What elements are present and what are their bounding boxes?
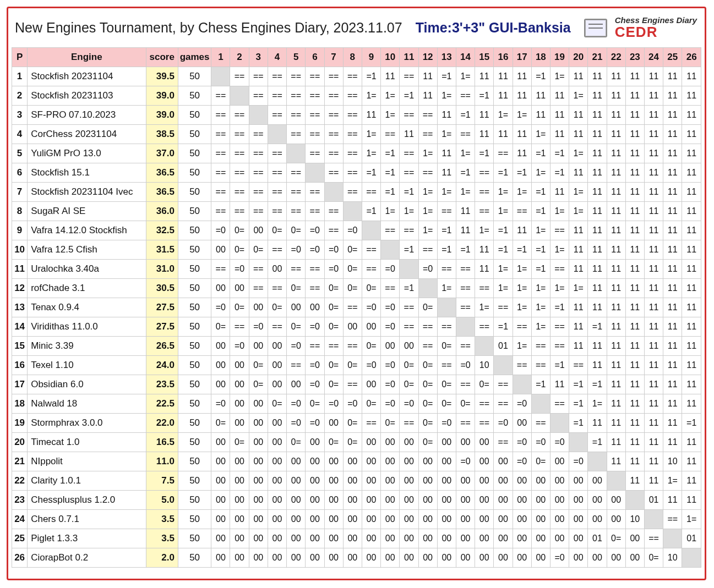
cell-result: 00: [475, 452, 494, 471]
cell-result: 00: [249, 414, 268, 433]
cell-result: 11: [475, 67, 494, 86]
cell-result: 00: [268, 433, 286, 452]
col-score: score: [146, 48, 178, 67]
cell-result: [230, 86, 249, 106]
cell-result: 00: [306, 529, 324, 548]
cell-result: 0=: [306, 394, 324, 414]
cell-result: 1=: [381, 202, 400, 221]
cell-games: 50: [178, 491, 211, 510]
cell-result: 00: [569, 471, 588, 491]
cell-result: =1: [494, 240, 513, 260]
cell-result: ==: [456, 86, 475, 106]
cell-result: 1=: [381, 106, 400, 125]
cell-result: 00: [475, 471, 494, 491]
cell-result: 11: [607, 279, 625, 298]
cell-result: =1: [400, 86, 418, 106]
cell-engine: Piglet 1.3.3: [28, 529, 146, 548]
cell-result: 11: [588, 221, 607, 240]
cell-result: 1=: [494, 279, 513, 298]
cell-result: 00: [437, 471, 456, 491]
table-row: 9Vafra 14.12.0 Stockfish32.550=00=000=0=…: [12, 221, 701, 240]
cell-result: 1=: [418, 144, 437, 163]
cell-result: 00: [343, 491, 362, 510]
cell-result: ==: [287, 106, 306, 125]
cell-result: ==: [456, 260, 475, 279]
cell-result: 11: [663, 394, 682, 414]
cell-result: 00: [211, 548, 230, 568]
cell-result: =1: [362, 163, 380, 183]
cell-result: ==: [418, 163, 437, 183]
cell-result: =1: [513, 163, 531, 183]
cell-result: 11: [607, 86, 625, 106]
cell-result: ==: [211, 106, 230, 125]
cell-result: 11: [625, 260, 644, 279]
cell-result: 11: [663, 67, 682, 86]
table-row: 17Obsidian 6.023.55000000=0000=00===00=0…: [12, 375, 701, 394]
table-row: 7Stockfish 20231104 Ivec36.550==========…: [12, 183, 701, 202]
cell-result: [287, 144, 306, 163]
cell-result: 00: [249, 433, 268, 452]
cell-result: 00: [437, 433, 456, 452]
cell-rank: 2: [12, 86, 28, 106]
cell-result: 1=: [513, 183, 531, 202]
cell-result: 1=: [569, 279, 588, 298]
cell-result: 00: [287, 375, 306, 394]
cell-result: ==: [475, 163, 494, 183]
cell-result: 0=: [456, 394, 475, 414]
cell-result: 11: [663, 375, 682, 394]
table-row: 21NIppolit11.050000000000000000000000000…: [12, 452, 701, 471]
cell-result: ==: [324, 221, 343, 240]
cell-result: 11: [588, 144, 607, 163]
cell-result: 00: [381, 337, 400, 356]
cell-score: 7.5: [146, 471, 178, 491]
cell-result: 0=: [418, 414, 437, 433]
cell-result: ==: [400, 298, 418, 317]
col-round-25: 25: [663, 48, 682, 67]
cell-result: ==: [249, 86, 268, 106]
cell-result: ==: [306, 86, 324, 106]
cell-result: ==: [249, 260, 268, 279]
cell-result: 00: [211, 433, 230, 452]
cell-result: ==: [324, 144, 343, 163]
cell-result: 00: [249, 548, 268, 568]
cell-score: 30.5: [146, 279, 178, 298]
cell-result: 1=: [494, 106, 513, 125]
cell-score: 39.0: [146, 106, 178, 125]
cell-result: ==: [456, 279, 475, 298]
cell-result: 11: [607, 144, 625, 163]
cell-result: =0: [381, 394, 400, 414]
cell-result: =0: [569, 452, 588, 471]
cell-engine: Timecat 1.0: [28, 433, 146, 452]
cell-result: 1=: [682, 510, 701, 529]
cell-result: ==: [418, 317, 437, 337]
cell-result: 0=: [211, 317, 230, 337]
cell-result: 00: [494, 510, 513, 529]
cell-result: 11: [531, 86, 550, 106]
cell-result: ==: [381, 279, 400, 298]
cell-result: 11: [607, 125, 625, 144]
cell-result: 11: [644, 375, 663, 394]
cell-result: 11: [607, 298, 625, 317]
cell-result: 0=: [249, 240, 268, 260]
cell-result: 11: [418, 67, 437, 86]
cell-result: 00: [230, 279, 249, 298]
cell-result: 0=: [324, 433, 343, 452]
cell-result: 11: [625, 144, 644, 163]
cell-result: 0=: [268, 394, 286, 414]
cell-result: 00: [211, 510, 230, 529]
cell-rank: 15: [12, 337, 28, 356]
cell-result: ==: [437, 317, 456, 337]
cell-result: =0: [287, 394, 306, 414]
cell-result: 11: [625, 471, 644, 491]
cell-result: 1=: [531, 279, 550, 298]
cell-result: 0=: [400, 375, 418, 394]
cell-result: 00: [306, 298, 324, 317]
cell-result: 0=: [475, 375, 494, 394]
cell-result: 11: [682, 202, 701, 221]
cell-result: 00: [287, 471, 306, 491]
cell-result: 00: [324, 510, 343, 529]
cell-result: ==: [306, 202, 324, 221]
table-row: 14Viridithas 11.0.027.5500====0==0==00=0…: [12, 317, 701, 337]
cell-result: =0: [230, 260, 249, 279]
cell-result: ==: [211, 86, 230, 106]
